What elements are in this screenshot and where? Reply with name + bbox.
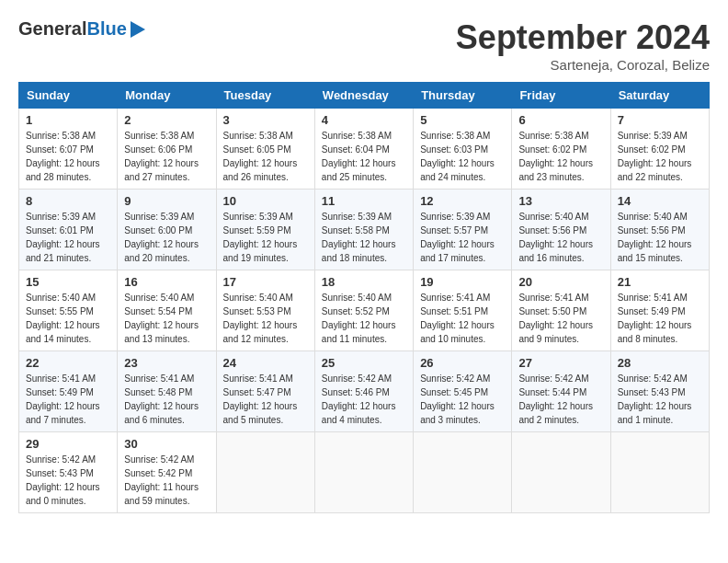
calendar-day-cell: 18 Sunrise: 5:40 AM Sunset: 5:52 PM Dayl…	[314, 270, 413, 351]
day-info: Sunrise: 5:41 AM Sunset: 5:48 PM Dayligh…	[124, 372, 209, 427]
sunrise-label: Sunrise: 5:40 AM	[124, 293, 194, 303]
daylight-label: Daylight: 12 hours and 20 minutes.	[124, 239, 199, 263]
daylight-label: Daylight: 12 hours and 8 minutes.	[618, 320, 692, 344]
logo-flag-icon	[127, 19, 147, 40]
calendar-day-cell: 7 Sunrise: 5:39 AM Sunset: 6:02 PM Dayli…	[610, 109, 709, 190]
calendar-day-cell: 30 Sunrise: 5:42 AM Sunset: 5:42 PM Dayl…	[118, 432, 216, 513]
day-number: 28	[618, 356, 702, 370]
day-number: 29	[26, 437, 110, 451]
day-info: Sunrise: 5:41 AM Sunset: 5:47 PM Dayligh…	[223, 372, 308, 427]
calendar-day-cell: 14 Sunrise: 5:40 AM Sunset: 5:56 PM Dayl…	[610, 190, 709, 270]
daylight-label: Daylight: 12 hours and 4 minutes.	[322, 401, 396, 425]
day-info: Sunrise: 5:39 AM Sunset: 5:59 PM Dayligh…	[223, 210, 308, 265]
day-number: 2	[124, 113, 209, 127]
daylight-label: Daylight: 12 hours and 5 minutes.	[223, 401, 298, 425]
sunset-label: Sunset: 5:48 PM	[124, 387, 192, 397]
sunrise-label: Sunrise: 5:38 AM	[322, 131, 392, 141]
sunset-label: Sunset: 6:01 PM	[26, 225, 94, 236]
sunset-label: Sunset: 5:43 PM	[26, 468, 94, 478]
sunrise-label: Sunrise: 5:41 AM	[26, 373, 96, 384]
day-info: Sunrise: 5:39 AM Sunset: 6:00 PM Dayligh…	[124, 210, 209, 265]
day-info: Sunrise: 5:40 AM Sunset: 5:52 PM Dayligh…	[322, 291, 406, 346]
month-title: September 2024	[456, 18, 710, 57]
logo-blue-text: Blue	[86, 18, 126, 39]
sunrise-label: Sunrise: 5:39 AM	[223, 212, 293, 222]
sunset-label: Sunset: 6:02 PM	[618, 144, 686, 155]
calendar-week-row: 1 Sunrise: 5:38 AM Sunset: 6:07 PM Dayli…	[19, 109, 710, 190]
sunrise-label: Sunrise: 5:39 AM	[322, 212, 392, 222]
day-number: 24	[223, 356, 308, 370]
sunrise-label: Sunrise: 5:39 AM	[618, 131, 688, 141]
sunset-label: Sunset: 5:43 PM	[618, 387, 686, 397]
day-info: Sunrise: 5:42 AM Sunset: 5:43 PM Dayligh…	[618, 372, 702, 427]
calendar-week-row: 22 Sunrise: 5:41 AM Sunset: 5:49 PM Dayl…	[19, 351, 710, 432]
daylight-label: Daylight: 12 hours and 16 minutes.	[518, 239, 593, 263]
day-info: Sunrise: 5:42 AM Sunset: 5:45 PM Dayligh…	[420, 372, 505, 427]
calendar-weekday-header: Thursday	[414, 83, 512, 109]
day-info: Sunrise: 5:40 AM Sunset: 5:56 PM Dayligh…	[618, 210, 702, 265]
daylight-label: Daylight: 12 hours and 22 minutes.	[618, 158, 692, 182]
calendar-day-cell: 10 Sunrise: 5:39 AM Sunset: 5:59 PM Dayl…	[216, 190, 314, 270]
day-number: 27	[518, 356, 603, 370]
sunrise-label: Sunrise: 5:39 AM	[420, 212, 490, 222]
calendar-weekday-header: Tuesday	[216, 83, 314, 109]
sunset-label: Sunset: 5:55 PM	[26, 306, 94, 316]
day-info: Sunrise: 5:38 AM Sunset: 6:05 PM Dayligh…	[223, 129, 308, 184]
calendar-day-cell: 20 Sunrise: 5:41 AM Sunset: 5:50 PM Dayl…	[512, 270, 610, 351]
sunrise-label: Sunrise: 5:38 AM	[420, 131, 490, 141]
day-info: Sunrise: 5:38 AM Sunset: 6:03 PM Dayligh…	[420, 129, 505, 184]
sunset-label: Sunset: 5:59 PM	[223, 225, 291, 236]
calendar-day-cell	[512, 432, 610, 513]
day-number: 12	[420, 194, 505, 208]
sunrise-label: Sunrise: 5:41 AM	[420, 293, 490, 303]
sunset-label: Sunset: 5:56 PM	[618, 225, 686, 236]
calendar-day-cell: 8 Sunrise: 5:39 AM Sunset: 6:01 PM Dayli…	[19, 190, 118, 270]
calendar-header-row: SundayMondayTuesdayWednesdayThursdayFrid…	[19, 83, 710, 109]
day-info: Sunrise: 5:40 AM Sunset: 5:55 PM Dayligh…	[26, 291, 110, 346]
calendar-day-cell: 5 Sunrise: 5:38 AM Sunset: 6:03 PM Dayli…	[414, 109, 512, 190]
sunrise-label: Sunrise: 5:40 AM	[26, 293, 96, 303]
day-info: Sunrise: 5:41 AM Sunset: 5:50 PM Dayligh…	[518, 291, 603, 346]
calendar-day-cell	[314, 432, 413, 513]
sunset-label: Sunset: 6:00 PM	[124, 225, 192, 236]
sunset-label: Sunset: 5:51 PM	[420, 306, 488, 316]
day-number: 14	[618, 194, 702, 208]
page-header: GeneralBlue September 2024 Sarteneja, Co…	[18, 18, 710, 73]
day-info: Sunrise: 5:39 AM Sunset: 6:01 PM Dayligh…	[26, 210, 110, 265]
sunset-label: Sunset: 6:02 PM	[518, 144, 586, 155]
calendar-day-cell: 2 Sunrise: 5:38 AM Sunset: 6:06 PM Dayli…	[118, 109, 216, 190]
day-number: 17	[223, 275, 308, 289]
calendar-day-cell: 9 Sunrise: 5:39 AM Sunset: 6:00 PM Dayli…	[118, 190, 216, 270]
calendar-day-cell: 15 Sunrise: 5:40 AM Sunset: 5:55 PM Dayl…	[19, 270, 118, 351]
day-number: 8	[26, 194, 110, 208]
sunrise-label: Sunrise: 5:42 AM	[124, 454, 194, 465]
svg-marker-0	[131, 21, 145, 38]
daylight-label: Daylight: 12 hours and 2 minutes.	[518, 401, 593, 425]
sunset-label: Sunset: 5:42 PM	[124, 468, 192, 478]
sunset-label: Sunset: 6:07 PM	[26, 144, 94, 155]
day-number: 6	[518, 113, 603, 127]
calendar-day-cell: 1 Sunrise: 5:38 AM Sunset: 6:07 PM Dayli…	[19, 109, 118, 190]
day-number: 26	[420, 356, 505, 370]
sunrise-label: Sunrise: 5:39 AM	[124, 212, 194, 222]
daylight-label: Daylight: 12 hours and 28 minutes.	[26, 158, 100, 182]
sunrise-label: Sunrise: 5:38 AM	[518, 131, 588, 141]
day-number: 25	[322, 356, 406, 370]
calendar-day-cell	[610, 432, 709, 513]
day-info: Sunrise: 5:39 AM Sunset: 5:58 PM Dayligh…	[322, 210, 406, 265]
day-number: 21	[618, 275, 702, 289]
location-text: Sarteneja, Corozal, Belize	[456, 57, 710, 73]
daylight-label: Daylight: 12 hours and 15 minutes.	[618, 239, 692, 263]
sunset-label: Sunset: 5:47 PM	[223, 387, 291, 397]
calendar-week-row: 8 Sunrise: 5:39 AM Sunset: 6:01 PM Dayli…	[19, 190, 710, 270]
daylight-label: Daylight: 12 hours and 18 minutes.	[322, 239, 396, 263]
daylight-label: Daylight: 12 hours and 21 minutes.	[26, 239, 100, 263]
daylight-label: Daylight: 11 hours and 59 minutes.	[124, 482, 199, 506]
sunset-label: Sunset: 5:54 PM	[124, 306, 192, 316]
daylight-label: Daylight: 12 hours and 14 minutes.	[26, 320, 100, 344]
day-number: 18	[322, 275, 406, 289]
calendar-day-cell: 11 Sunrise: 5:39 AM Sunset: 5:58 PM Dayl…	[314, 190, 413, 270]
daylight-label: Daylight: 12 hours and 24 minutes.	[420, 158, 495, 182]
sunrise-label: Sunrise: 5:41 AM	[618, 293, 688, 303]
sunrise-label: Sunrise: 5:42 AM	[322, 373, 392, 384]
